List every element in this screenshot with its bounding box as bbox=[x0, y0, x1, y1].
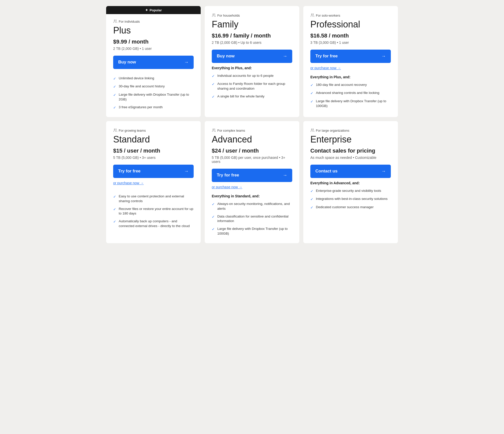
plan-name: Advanced bbox=[212, 134, 292, 144]
plan-card-family: For households Family $16.99 / family / … bbox=[205, 6, 299, 117]
check-icon: ✓ bbox=[212, 214, 215, 220]
features-heading: Everything in Advanced, and: bbox=[310, 181, 391, 185]
check-icon: ✓ bbox=[113, 93, 116, 98]
user-icon bbox=[310, 128, 314, 133]
feature-text: Enterprise-grade security and visibility… bbox=[316, 189, 381, 193]
svg-point-3 bbox=[114, 129, 115, 130]
features-list: ✓ Unlimited device linking ✓ 30-day file… bbox=[113, 76, 194, 110]
arrow-icon: → bbox=[184, 169, 189, 174]
cta-button-standard[interactable]: Try for free → bbox=[113, 165, 194, 178]
plan-storage: 2 TB (2,000 GB) • 1 user bbox=[113, 47, 194, 51]
arrow-icon: → bbox=[283, 54, 287, 59]
features-list: ✓ Always-on security monitoring, notific… bbox=[212, 202, 292, 236]
check-icon: ✓ bbox=[113, 194, 116, 199]
check-icon: ✓ bbox=[310, 99, 313, 104]
check-icon: ✓ bbox=[212, 94, 215, 99]
feature-text: 180-day file and account recovery bbox=[316, 83, 367, 87]
feature-text: Access to Family Room folder for each gr… bbox=[217, 82, 292, 91]
feature-text: 3 free eSignatures per month bbox=[119, 105, 163, 110]
plan-type: For households bbox=[212, 13, 292, 18]
feature-item: ✓ Advanced sharing controls and file loc… bbox=[310, 91, 391, 96]
feature-item: ✓ Access to Family Room folder for each … bbox=[212, 82, 292, 91]
purchase-link-professional[interactable]: or purchase now → bbox=[310, 66, 391, 70]
features-heading: Everything in Plus, and: bbox=[310, 75, 391, 79]
check-icon: ✓ bbox=[212, 74, 215, 79]
user-icon bbox=[113, 19, 117, 24]
cta-label: Buy now bbox=[118, 60, 136, 65]
feature-item: ✓ Unlimited device linking bbox=[113, 76, 194, 81]
feature-text: Always-on security monitoring, notificat… bbox=[217, 202, 292, 211]
feature-item: ✓ Large file delivery with Dropbox Trans… bbox=[113, 92, 194, 102]
check-icon: ✓ bbox=[310, 197, 313, 202]
plan-type: For large organizations bbox=[310, 128, 391, 133]
features-list: ✓ 180-day file and account recovery ✓ Ad… bbox=[310, 83, 391, 109]
cta-label: Buy now bbox=[217, 54, 235, 59]
feature-item: ✓ Individual accounts for up to 6 people bbox=[212, 74, 292, 79]
check-icon: ✓ bbox=[310, 189, 313, 194]
popular-badge: ✦ Popular bbox=[106, 6, 201, 14]
features-list: ✓ Easy to use content protection and ext… bbox=[113, 194, 194, 229]
feature-item: ✓ Recover files or restore your entire a… bbox=[113, 207, 194, 216]
cta-button-family[interactable]: Buy now → bbox=[212, 50, 292, 63]
check-icon: ✓ bbox=[212, 202, 215, 207]
user-icon bbox=[310, 13, 314, 18]
cta-button-plus[interactable]: Buy now → bbox=[113, 56, 194, 69]
plan-type-label: For large organizations bbox=[316, 129, 349, 132]
plan-storage: As much space as needed • Customizable bbox=[310, 156, 391, 160]
plan-price: $16.99 / family / month bbox=[212, 32, 292, 39]
cta-button-advanced[interactable]: Try for free → bbox=[212, 169, 292, 182]
check-icon: ✓ bbox=[212, 227, 215, 232]
plan-storage: 5 TB (5,000 GB) per user, once purchased… bbox=[212, 156, 292, 164]
svg-point-4 bbox=[213, 129, 214, 130]
feature-text: Data classification for sensitive and co… bbox=[217, 214, 292, 224]
plan-price: $16.58 / month bbox=[310, 32, 391, 39]
plan-price: $15 / user / month bbox=[113, 148, 194, 154]
feature-item: ✓ Large file delivery with Dropbox Trans… bbox=[310, 99, 391, 109]
plan-price: $9.99 / month bbox=[113, 39, 194, 45]
feature-item: ✓ Large file delivery with Dropbox Trans… bbox=[212, 227, 292, 236]
user-icon bbox=[212, 128, 216, 133]
feature-text: Integrations with best-in-class security… bbox=[316, 197, 388, 201]
check-icon: ✓ bbox=[113, 207, 116, 212]
features-list: ✓ Individual accounts for up to 6 people… bbox=[212, 74, 292, 99]
feature-text: Automatically back up computers - and co… bbox=[119, 219, 194, 229]
plan-type-label: For complex teams bbox=[217, 129, 245, 132]
sparkle-icon: ✦ bbox=[145, 8, 148, 12]
feature-item: ✓ Integrations with best-in-class securi… bbox=[310, 197, 391, 202]
arrow-icon: → bbox=[381, 54, 386, 59]
plan-name: Enterprise bbox=[310, 134, 391, 144]
plan-name: Professional bbox=[310, 19, 391, 29]
features-list: ✓ Enterprise-grade security and visibili… bbox=[310, 189, 391, 210]
feature-text: Advanced sharing controls and file locki… bbox=[316, 91, 379, 95]
feature-item: ✓ Automatically back up computers - and … bbox=[113, 219, 194, 229]
feature-item: ✓ 3 free eSignatures per month bbox=[113, 105, 194, 110]
features-heading: Everything in Plus, and: bbox=[212, 66, 292, 70]
purchase-link-standard[interactable]: or purchase now → bbox=[113, 181, 194, 185]
plan-type: For complex teams bbox=[212, 128, 292, 133]
plan-card-professional: For solo-workers Professional $16.58 / m… bbox=[303, 6, 398, 117]
cta-button-enterprise[interactable]: Contact us → bbox=[310, 165, 391, 178]
feature-text: Large file delivery with Dropbox Transfe… bbox=[119, 92, 194, 102]
plan-card-advanced: For complex teams Advanced $24 / user / … bbox=[205, 121, 299, 243]
check-icon: ✓ bbox=[310, 83, 313, 88]
purchase-link-advanced[interactable]: or purchase now → bbox=[212, 185, 292, 189]
plan-price: Contact sales for pricing bbox=[310, 148, 391, 154]
feature-text: Unlimited device linking bbox=[119, 76, 154, 81]
feature-text: Recover files or restore your entire acc… bbox=[119, 207, 194, 216]
check-icon: ✓ bbox=[113, 84, 116, 89]
feature-text: Individual accounts for up to 6 people bbox=[217, 74, 274, 78]
cta-button-professional[interactable]: Try for free → bbox=[310, 50, 391, 63]
feature-text: Easy to use content protection and exter… bbox=[119, 194, 194, 204]
plan-name: Family bbox=[212, 19, 292, 29]
plan-card-enterprise: For large organizations Enterprise Conta… bbox=[303, 121, 398, 243]
cta-label: Try for free bbox=[118, 169, 141, 174]
plan-type: For individuals bbox=[113, 19, 194, 24]
cta-label: Try for free bbox=[315, 54, 338, 59]
svg-point-1 bbox=[213, 14, 214, 15]
plan-card-standard: For growing teams Standard $15 / user / … bbox=[106, 121, 201, 243]
svg-point-5 bbox=[311, 129, 312, 130]
plan-type-label: For solo-workers bbox=[316, 14, 340, 17]
arrow-icon: → bbox=[283, 173, 287, 178]
feature-item: ✓ A single bill for the whole family bbox=[212, 94, 292, 99]
feature-text: Large file delivery with Dropbox Transfe… bbox=[217, 227, 292, 236]
